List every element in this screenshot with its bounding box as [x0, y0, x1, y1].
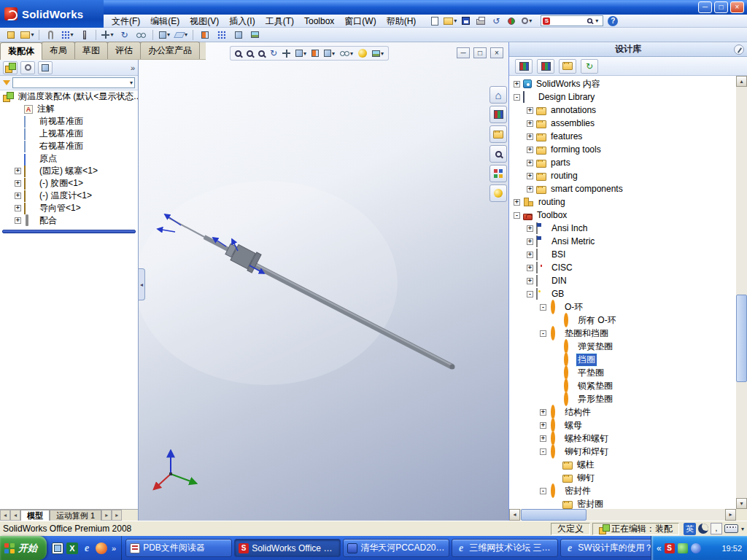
collapse-icon[interactable]: -	[540, 488, 546, 494]
tray-collapse-icon[interactable]: «	[657, 543, 662, 553]
tab-scroll-left-icon[interactable]: ◂	[0, 510, 10, 521]
menu-insert[interactable]: 插入(I)	[224, 15, 260, 28]
expand-icon[interactable]: +	[15, 217, 21, 224]
tab-layout[interactable]: 布局	[42, 42, 75, 59]
collapse-icon[interactable]: -	[540, 448, 546, 455]
task-button-pccad[interactable]: 清华天河PCCAD2005...	[343, 539, 449, 557]
zoom-in-out-button[interactable]	[256, 47, 267, 60]
vertical-scrollbar[interactable]: ▴ ▾	[736, 76, 747, 509]
expand-icon[interactable]: +	[527, 107, 533, 114]
expand-icon[interactable]: +	[514, 199, 520, 206]
tab-assembly[interactable]: 装配体	[0, 42, 42, 60]
assembly-features-button[interactable]: ▾	[157, 28, 172, 42]
smart-fasteners-button[interactable]	[77, 28, 92, 42]
expand-icon[interactable]: +	[514, 81, 520, 88]
tree-item[interactable]: +CISC	[509, 261, 736, 274]
ime-punctuation-icon[interactable]: ,	[711, 523, 722, 534]
show-hidden-components-button[interactable]	[133, 28, 149, 42]
mate-button[interactable]	[43, 28, 58, 42]
bill-of-materials-button[interactable]	[197, 28, 212, 42]
graphics-area[interactable]: ↻ ▾ ▾ ▾ ▾ ─ □ × ◂ ⌂	[139, 42, 508, 521]
rebuild-button[interactable]	[505, 15, 518, 27]
search-input[interactable]	[551, 17, 585, 26]
doc-restore-button[interactable]: □	[473, 47, 487, 58]
tree-item[interactable]: +螺母	[509, 419, 736, 432]
internet-explorer-icon[interactable]: e	[81, 542, 93, 554]
expand-icon[interactable]: +	[527, 225, 533, 232]
tree-item-selected[interactable]: 挡圈	[509, 353, 736, 366]
tree-item[interactable]: +Ansi Inch	[509, 222, 736, 235]
assembly-root-item[interactable]: 测温度装配体 (默认<显示状态...	[0, 90, 138, 103]
task-button-sw-library-page[interactable]: eSW设计库的使用？...	[560, 539, 651, 557]
tab-model[interactable]: 模型	[20, 510, 50, 521]
menu-tools[interactable]: 工具(T)	[260, 15, 299, 28]
tree-item-part[interactable]: +(-) 温度计<1>	[0, 190, 138, 202]
start-button[interactable]: 开始	[0, 536, 47, 560]
tree-item-mates[interactable]: +配合	[0, 214, 138, 227]
collapse-icon[interactable]: -	[540, 330, 546, 337]
move-component-button[interactable]: ▾	[100, 28, 115, 42]
insert-components-button[interactable]: ▾	[20, 28, 35, 42]
menu-file[interactable]: 文件(F)	[107, 15, 145, 28]
tab-evaluate[interactable]: 评估	[107, 42, 141, 59]
expand-icon[interactable]: +	[540, 422, 546, 429]
expand-icon[interactable]: +	[15, 168, 21, 174]
task-button-forum[interactable]: e三维网技术论坛 三维...	[452, 539, 558, 557]
save-button[interactable]	[459, 15, 472, 27]
minimize-button[interactable]: ─	[698, 1, 712, 13]
expand-icon[interactable]: +	[15, 205, 21, 211]
edit-component-button[interactable]	[3, 28, 18, 42]
tree-item[interactable]: 铆钉	[509, 471, 736, 484]
expand-icon[interactable]: +	[527, 238, 533, 245]
tree-item[interactable]: +annotations	[509, 104, 736, 117]
tab-scroll-right-icon[interactable]: ▸	[112, 510, 122, 521]
interference-detection-button[interactable]	[231, 28, 246, 42]
zoom-to-area-button[interactable]	[244, 47, 255, 60]
file-explorer-button[interactable]	[489, 125, 507, 143]
tree-item[interactable]: 所有 O-环	[509, 314, 736, 327]
tree-item[interactable]: +Ansi Metric	[509, 235, 736, 248]
menu-toolbox[interactable]: Toolbox	[299, 15, 339, 28]
tree-item-origin[interactable]: 原点	[0, 152, 138, 165]
quicklaunch-overflow-icon[interactable]: »	[112, 544, 116, 553]
add-file-location-button[interactable]	[537, 59, 554, 74]
collapse-icon[interactable]: -	[514, 94, 520, 101]
close-button[interactable]: ×	[730, 1, 744, 13]
tree-item[interactable]: +结构件	[509, 405, 736, 419]
zoom-to-fit-button[interactable]	[233, 47, 244, 60]
solidworks-resources-button[interactable]: ⌂	[489, 86, 507, 104]
rotate-component-button[interactable]: ↻	[117, 28, 132, 42]
tree-item[interactable]: -垫圈和挡圈	[509, 327, 736, 340]
tree-item[interactable]: +DIN	[509, 274, 736, 287]
property-manager-tab[interactable]	[20, 61, 35, 74]
expand-icon[interactable]: +	[540, 409, 546, 416]
maximize-button[interactable]: □	[714, 1, 728, 13]
tree-item[interactable]: +forming tools	[509, 143, 736, 156]
tree-item[interactable]: +features	[509, 130, 736, 143]
expand-icon[interactable]: +	[527, 186, 533, 192]
tree-item[interactable]: +assemblies	[509, 117, 736, 130]
print-button[interactable]	[474, 15, 487, 27]
tree-item-top-plane[interactable]: 上视基准面	[0, 128, 138, 140]
new-document-button[interactable]	[428, 15, 441, 27]
tab-scroll-left-icon[interactable]: ◂	[10, 510, 20, 521]
doc-minimize-button[interactable]: ─	[457, 47, 470, 58]
solidworks-tray-icon[interactable]: S	[665, 543, 675, 553]
refresh-button[interactable]: ↻	[581, 59, 598, 74]
menu-view[interactable]: 视图(V)	[185, 15, 224, 28]
tree-item[interactable]: -GB	[509, 287, 736, 300]
ime-keyboard-icon[interactable]	[724, 524, 738, 533]
expand-icon[interactable]: +	[527, 252, 533, 258]
collapse-icon[interactable]: -	[514, 212, 520, 219]
scroll-right-icon[interactable]: ▸	[725, 509, 736, 521]
expand-icon[interactable]: +	[527, 133, 533, 140]
tree-item[interactable]: 锁紧垫圈	[509, 379, 736, 392]
measure-button[interactable]	[247, 28, 263, 42]
undo-button[interactable]: ↺	[489, 15, 503, 27]
menu-help[interactable]: 帮助(H)	[382, 15, 422, 28]
expand-icon[interactable]: +	[527, 120, 533, 127]
ime-options-icon[interactable]: ▾	[741, 526, 744, 532]
search-box[interactable]: S ▾	[541, 15, 603, 26]
tree-item[interactable]: -铆钉和焊钉	[509, 445, 736, 458]
section-view-button[interactable]	[309, 47, 321, 60]
